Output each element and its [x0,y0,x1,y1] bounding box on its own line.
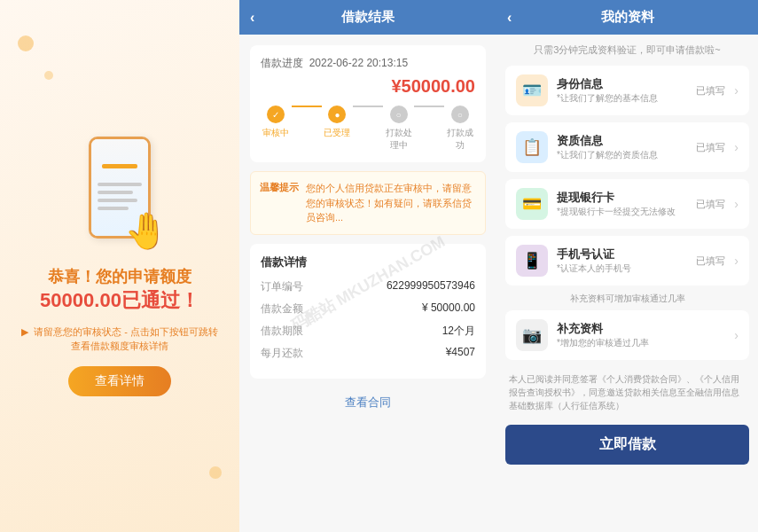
info-item-phone[interactable]: 📱 手机号认证 *认证本人的手机号 已填写 › [505,236,749,286]
hint-text: ▶ 请留意您的审核状态 - 点击如下按钮可跳转查看借款额度审核详情 [18,325,222,354]
hand-icon: 🤚 [124,210,168,252]
approval-line1: 恭喜！您的申请额度 [40,266,199,287]
phone-arrow: › [734,254,738,268]
middle-panel: ‹ 借款结果 码酷站 MKUZHAN.COM 借款进度 2022-06-22 2… [239,0,496,532]
qualification-icon: 📋 [516,131,548,163]
middle-header: ‹ 借款结果 [239,0,496,35]
step-line-1 [292,106,323,107]
supplement-icon: 📷 [516,319,548,351]
borrow-button[interactable]: 立即借款 [505,425,749,465]
detail-label-2: 借款金额 [261,301,303,317]
hint-content: 请留意您的审核状态 - 点击如下按钮可跳转查看借款额度审核详情 [34,326,218,352]
identity-arrow: › [734,83,738,98]
middle-back-arrow[interactable]: ‹ [250,10,254,26]
loan-progress-section: 借款进度 2022-06-22 20:13:15 ¥50000.00 ✓ 审核中… [250,45,486,162]
detail-value-2: ¥ 50000.00 [422,301,475,317]
step-line-3 [414,106,445,107]
detail-row-4: 每月还款 ¥4507 [261,346,475,361]
right-header-title: 我的资料 [601,9,654,26]
loan-progress-title: 借款进度 2022-06-22 20:13:15 [261,56,475,71]
main-approval-text: 恭喜！您的申请额度 50000.00已通过！ [40,266,199,314]
loan-amount: ¥50000.00 [261,76,475,97]
warning-label: 温馨提示 [260,181,299,225]
step-circle-1: ✓ [267,106,285,123]
identity-icon: 🪪 [516,74,548,106]
deco-circle-2 [44,71,53,80]
step-circle-3: ○ [390,106,408,123]
phone-status: 已填写 [696,254,725,268]
qualification-subtitle: *让我们了解您的资质信息 [557,149,687,161]
step-line-2 [353,106,384,107]
step-label-3: 打款处理中 [383,127,414,152]
phone-text: 手机号认证 *认证本人的手机号 [557,246,687,275]
detail-row-2: 借款金额 ¥ 50000.00 [261,301,475,317]
phone-icon: 📱 [516,245,548,277]
identity-status: 已填写 [696,84,725,98]
supplement-title: 补充资料 [557,321,725,337]
step-circle-4: ○ [451,106,469,123]
info-item-qualification[interactable]: 📋 资质信息 *让我们了解您的资质信息 已填写 › [505,122,749,172]
approval-line2: 50000.00已通过！ [40,287,199,314]
bankcard-text: 提现银行卡 *提现银行卡一经提交无法修改 [557,190,687,218]
detail-row-1: 订单编号 622999950573946 [261,279,475,294]
identity-subtitle: *让我们了解您的基本信息 [557,92,687,105]
agreement-text: 本人已阅读并同意签署《个人消费贷款合同》、《个人信用报告查询授权书》，同意邀送贷… [505,367,749,418]
qualification-status: 已填写 [696,141,725,154]
supplement-text: 补充资料 *增加您的审核通过几率 [557,321,725,349]
bankcard-title: 提现银行卡 [557,190,687,206]
warning-section: 温馨提示 您的个人信用贷款正在审核中，请留意您的审核状态！如有疑问，请联系信贷员… [250,171,486,235]
info-hint: 只需3分钟完成资料验证，即可申请借款啦~ [505,43,749,57]
step-circle-2: ● [328,106,346,123]
right-header: ‹ 我的资料 [496,0,758,35]
right-back-arrow[interactable]: ‹ [507,10,512,26]
info-item-identity[interactable]: 🪪 身份信息 *让我们了解您的基本信息 已填写 › [505,66,749,115]
step-item-3: ○ 打款处理中 [383,106,414,152]
bankcard-icon: 💳 [516,188,548,220]
detail-value-3: 12个月 [442,324,475,339]
supplement-subtitle: *增加您的审核通过几率 [557,337,725,349]
detail-label-4: 每月还款 [261,346,303,361]
loan-details-title: 借款详情 [261,254,475,270]
detail-label-1: 订单编号 [261,279,303,294]
qualification-arrow: › [734,140,738,154]
detail-label-3: 借款期限 [261,324,303,339]
warning-text: 您的个人信用贷款正在审核中，请留意您的审核状态！如有疑问，请联系信贷员咨询... [306,181,476,225]
step-item-4: ○ 打款成功 [444,106,475,152]
phone-subtitle: *认证本人的手机号 [557,262,687,275]
detail-row-3: 借款期限 12个月 [261,324,475,339]
info-item-bankcard[interactable]: 💳 提现银行卡 *提现银行卡一经提交无法修改 已填写 › [505,179,749,229]
progress-steps: ✓ 审核中 ● 已受理 ○ 打款处理中 ○ 打款成功 [261,106,475,152]
bankcard-subtitle: *提现银行卡一经提交无法修改 [557,206,687,218]
middle-header-title: 借款结果 [341,9,395,26]
deco-circle-3 [209,466,222,479]
left-panel: 🤚 恭喜！您的申请额度 50000.00已通过！ ▶ 请留意您的审核状态 - 点… [0,0,239,532]
step-item-2: ● 已受理 [322,106,353,139]
right-panel: ‹ 我的资料 只需3分钟完成资料验证，即可申请借款啦~ 🪪 身份信息 *让我们了… [496,0,758,532]
detail-value-4: ¥4507 [446,346,475,361]
bankcard-status: 已填写 [696,198,725,211]
step-label-4: 打款成功 [444,127,475,152]
middle-content: 码酷站 MKUZHAN.COM 借款进度 2022-06-22 20:13:15… [239,35,496,532]
qualification-text: 资质信息 *让我们了解您的资质信息 [557,133,687,161]
step-label-1: 审核中 [262,127,289,139]
info-item-supplement[interactable]: 📷 补充资料 *增加您的审核通过几率 › [505,310,749,360]
step-item-1: ✓ 审核中 [261,106,292,139]
step-label-2: 已受理 [324,127,350,139]
my-info-content: 只需3分钟完成资料验证，即可申请借款啦~ 🪪 身份信息 *让我们了解您的基本信息… [496,35,758,532]
bankcard-arrow: › [734,197,738,211]
supplement-arrow: › [734,328,738,342]
phone-illustration: 🤚 [71,137,168,252]
identity-text: 身份信息 *让我们了解您的基本信息 [557,76,687,105]
detail-value-1: 622999950573946 [387,279,475,294]
view-contract-link[interactable]: 查看合同 [250,387,486,418]
qualification-title: 资质信息 [557,133,687,149]
hint-arrow: ▶ [21,326,28,337]
phone-title: 手机号认证 [557,246,687,262]
loan-details-section: 借款详情 订单编号 622999950573946 借款金额 ¥ 50000.0… [250,244,486,379]
deco-circle-1 [18,35,34,51]
view-detail-button[interactable]: 查看详情 [68,366,171,396]
identity-title: 身份信息 [557,76,687,92]
supplement-hint: 补充资料可增加审核通过几率 [505,293,749,305]
